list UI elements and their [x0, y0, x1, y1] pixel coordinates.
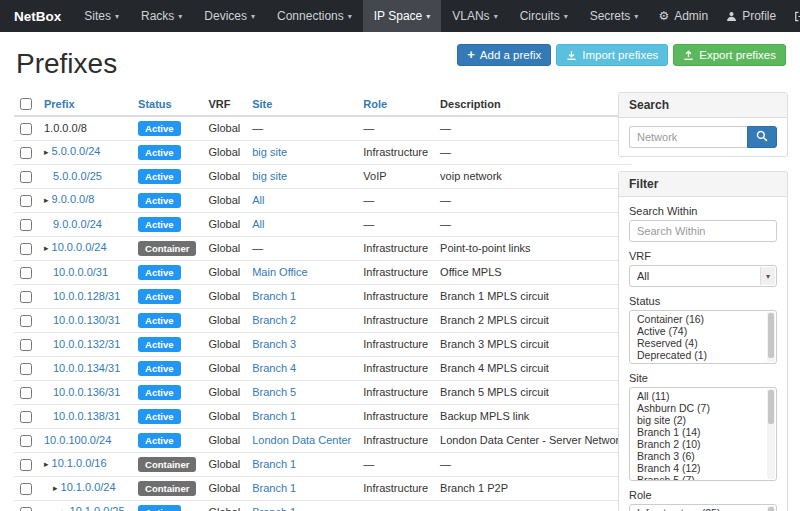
scrollbar-thumb[interactable]	[768, 390, 774, 424]
filter-option[interactable]: Ashburn DC (7)	[630, 402, 776, 414]
col-header-status[interactable]: Status	[132, 92, 202, 116]
prefix-link[interactable]: 10.1.0.0/25	[70, 505, 125, 511]
filter-option[interactable]: big site (2)	[630, 414, 776, 426]
prefix-link[interactable]: 9.0.0.0/8	[52, 193, 95, 205]
filter-option[interactable]: Branch 5 (7)	[630, 474, 776, 481]
filter-option[interactable]: All (11)	[630, 390, 776, 402]
row-checkbox[interactable]	[20, 339, 32, 351]
prefix-link[interactable]: 10.0.100.0/24	[44, 434, 111, 446]
expand-arrow-icon[interactable]: ▸	[62, 507, 67, 511]
site-link[interactable]: Main Office	[252, 266, 307, 278]
role-listbox[interactable]: Infrastructure (25)Management (8)Private…	[629, 504, 777, 511]
site-link[interactable]: Branch 1	[252, 410, 296, 422]
scrollbar[interactable]	[767, 312, 775, 362]
site-link[interactable]: Branch 1	[252, 482, 296, 494]
row-checkbox[interactable]	[20, 387, 32, 399]
prefix-link[interactable]: 10.0.0.130/31	[53, 314, 120, 326]
site-link[interactable]: Branch 1	[252, 506, 296, 511]
expand-arrow-icon[interactable]: ▸	[44, 147, 49, 157]
row-checkbox[interactable]	[20, 219, 32, 231]
add-prefix-button[interactable]: + Add a prefix	[457, 44, 551, 66]
filter-option[interactable]: Active (74)	[630, 325, 776, 337]
nav-item-devices[interactable]: Devices▾	[193, 0, 266, 32]
nav-item-racks[interactable]: Racks▾	[130, 0, 193, 32]
row-checkbox[interactable]	[20, 171, 32, 183]
nav-item-secrets[interactable]: Secrets▾	[579, 0, 650, 32]
filter-option[interactable]: Branch 2 (10)	[630, 438, 776, 450]
prefix-link[interactable]: 5.0.0.0/24	[52, 145, 101, 157]
filter-option[interactable]: Deprecated (1)	[630, 349, 776, 361]
prefix-link[interactable]: 10.0.0.138/31	[53, 410, 120, 422]
site-link[interactable]: Branch 4	[252, 362, 296, 374]
vrf-select[interactable]: All ▾	[629, 265, 777, 287]
prefix-link[interactable]: 10.0.0.0/31	[53, 266, 108, 278]
prefix-link[interactable]: 10.0.0.0/24	[52, 241, 107, 253]
expand-arrow-icon[interactable]: ▸	[44, 459, 49, 469]
row-checkbox[interactable]	[20, 291, 32, 303]
search-button[interactable]	[747, 126, 777, 148]
row-checkbox[interactable]	[20, 267, 32, 279]
prefix-link[interactable]: 10.1.0.0/16	[52, 457, 107, 469]
prefix-link[interactable]: 10.1.0.0/24	[61, 481, 116, 493]
nav-item-ip-space[interactable]: IP Space▾	[363, 0, 442, 32]
site-link[interactable]: Branch 2	[252, 314, 296, 326]
row-checkbox[interactable]	[20, 123, 32, 135]
filter-option[interactable]: Branch 3 (6)	[630, 450, 776, 462]
prefix-link[interactable]: 10.0.0.136/31	[53, 386, 120, 398]
nav-item-admin[interactable]: ⚙ Admin	[649, 0, 717, 32]
scrollbar[interactable]	[767, 506, 775, 511]
col-header-prefix[interactable]: Prefix	[38, 92, 132, 116]
filter-option[interactable]: Infrastructure (25)	[630, 507, 776, 511]
expand-arrow-icon[interactable]: ▸	[44, 243, 49, 253]
site-link[interactable]: London Data Center	[252, 434, 351, 446]
export-prefixes-button[interactable]: Export prefixes	[673, 44, 786, 66]
import-prefixes-button[interactable]: Import prefixes	[556, 44, 668, 66]
nav-item-circuits[interactable]: Circuits▾	[509, 0, 579, 32]
nav-item-logout[interactable]: Log out	[785, 0, 800, 32]
brand[interactable]: NetBox	[8, 0, 73, 32]
row-checkbox[interactable]	[20, 507, 32, 511]
expand-arrow-icon[interactable]: ▸	[44, 195, 49, 205]
site-link[interactable]: big site	[252, 170, 287, 182]
filter-option[interactable]: Container (16)	[630, 313, 776, 325]
select-all-checkbox[interactable]	[20, 98, 32, 110]
expand-arrow-icon[interactable]: ▸	[53, 483, 58, 493]
scrollbar-thumb[interactable]	[768, 313, 774, 358]
scrollbar[interactable]	[767, 389, 775, 479]
row-checkbox[interactable]	[20, 459, 32, 471]
site-link[interactable]: Branch 1	[252, 290, 296, 302]
search-within-input[interactable]	[629, 220, 777, 242]
prefix-link[interactable]: 5.0.0.0/25	[53, 170, 102, 182]
search-input[interactable]	[629, 126, 747, 148]
prefix-link[interactable]: 10.0.0.128/31	[53, 290, 120, 302]
site-link[interactable]: Branch 3	[252, 338, 296, 350]
row-checkbox[interactable]	[20, 483, 32, 495]
prefix-link[interactable]: 10.0.0.132/31	[53, 338, 120, 350]
site-link[interactable]: All	[252, 194, 264, 206]
row-checkbox[interactable]	[20, 195, 32, 207]
filter-option[interactable]: Branch 4 (12)	[630, 462, 776, 474]
site-link[interactable]: Branch 5	[252, 386, 296, 398]
status-listbox[interactable]: Container (16)Active (74)Reserved (4)Dep…	[629, 310, 777, 364]
nav-item-profile[interactable]: Profile	[717, 0, 785, 32]
row-checkbox[interactable]	[20, 147, 32, 159]
prefix-link[interactable]: 9.0.0.0/24	[53, 218, 102, 230]
site-link[interactable]: All	[252, 218, 264, 230]
filter-option[interactable]: Branch 1 (14)	[630, 426, 776, 438]
nav-item-sites[interactable]: Sites▾	[73, 0, 130, 32]
nav-item-vlans[interactable]: VLANs▾	[441, 0, 508, 32]
col-header-vrf[interactable]: VRF	[202, 92, 246, 116]
prefix-link[interactable]: 10.0.0.134/31	[53, 362, 120, 374]
nav-item-connections[interactable]: Connections▾	[266, 0, 363, 32]
filter-option[interactable]: Reserved (4)	[630, 337, 776, 349]
site-link[interactable]: big site	[252, 146, 287, 158]
row-checkbox[interactable]	[20, 411, 32, 423]
site-link[interactable]: Branch 1	[252, 458, 296, 470]
scrollbar-thumb[interactable]	[768, 507, 774, 511]
row-checkbox[interactable]	[20, 315, 32, 327]
row-checkbox[interactable]	[20, 243, 32, 255]
col-header-role[interactable]: Role	[357, 92, 434, 116]
row-checkbox[interactable]	[20, 435, 32, 447]
site-listbox[interactable]: All (11)Ashburn DC (7)big site (2)Branch…	[629, 387, 777, 481]
row-checkbox[interactable]	[20, 363, 32, 375]
